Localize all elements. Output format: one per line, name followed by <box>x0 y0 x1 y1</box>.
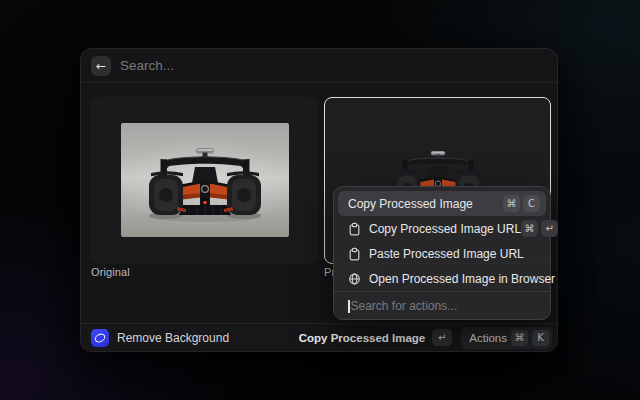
actions-search-row <box>334 291 550 320</box>
menu-item-open-processed-image-in-browser[interactable]: Open Processed Image in Browser <box>338 266 546 291</box>
original-image <box>121 123 289 237</box>
command-key-badge: ⌘ <box>503 195 520 212</box>
return-key-badge: ↵ <box>432 329 452 346</box>
menu-item-label: Copy Processed Image <box>348 197 473 211</box>
menu-item-label: Copy Processed Image URL <box>369 222 521 236</box>
menu-item-paste-processed-image-url[interactable]: Paste Processed Image URL <box>338 241 546 266</box>
remove-background-extension-icon <box>91 329 109 347</box>
search-input[interactable] <box>120 58 420 73</box>
command-key-badge: ⌘ <box>511 330 528 346</box>
c-key-badge: C <box>523 195 540 212</box>
menu-item-copy-processed-image-url[interactable]: Copy Processed Image URL ⌘ ↵ <box>338 216 546 241</box>
original-image-card[interactable] <box>91 97 318 264</box>
primary-action-button[interactable]: Copy Processed Image ↵ <box>299 329 453 346</box>
primary-action-label: Copy Processed Image <box>299 332 426 344</box>
k-key-badge: K <box>532 330 549 346</box>
menu-item-label: Paste Processed Image URL <box>369 247 524 261</box>
status-bar: Remove Background Copy Processed Image ↵… <box>81 323 557 351</box>
clipboard-icon <box>348 247 361 261</box>
actions-search-input[interactable] <box>351 299 521 313</box>
actions-button[interactable]: Actions ⌘ K <box>461 327 552 349</box>
arrow-left-icon: ← <box>96 60 106 72</box>
actions-label: Actions <box>469 332 507 344</box>
globe-icon <box>348 272 361 286</box>
text-cursor <box>348 300 350 313</box>
clipboard-icon <box>348 222 361 236</box>
f1-car-original <box>121 123 289 237</box>
command-key-badge: ⌘ <box>521 220 538 237</box>
menu-item-label: Open Processed Image in Browser <box>369 272 555 286</box>
search-header: ← <box>81 49 557 83</box>
app-name: Remove Background <box>117 331 229 345</box>
return-key-badge: ↵ <box>541 220 558 237</box>
action-menu: Copy Processed Image ⌘ C Copy Processed … <box>333 186 551 320</box>
back-button[interactable]: ← <box>91 56 111 76</box>
menu-item-copy-processed-image[interactable]: Copy Processed Image ⌘ C <box>338 191 546 216</box>
original-label: Original <box>91 266 130 278</box>
